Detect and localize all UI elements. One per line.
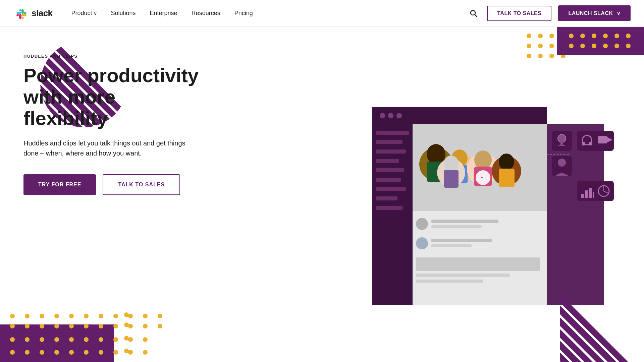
svg-rect-53	[416, 257, 540, 271]
svg-rect-51	[431, 239, 492, 242]
svg-rect-19	[376, 131, 409, 135]
svg-rect-47	[416, 218, 428, 230]
svg-rect-44	[444, 170, 459, 188]
svg-rect-55	[416, 280, 483, 283]
svg-point-58	[558, 134, 566, 142]
svg-rect-22	[376, 159, 399, 163]
hero-buttons: TRY FOR FREE TALK TO SALES	[23, 174, 208, 195]
svg-rect-56	[547, 124, 604, 305]
dot	[626, 34, 631, 38]
svg-point-17	[396, 113, 402, 118]
svg-rect-63	[582, 142, 585, 145]
svg-rect-54	[416, 274, 510, 277]
logo-label: slack	[32, 8, 53, 18]
stripes-bottom-right	[560, 288, 644, 362]
dot	[549, 34, 554, 38]
nav-solutions[interactable]: Solutions	[106, 7, 141, 19]
hero-talk-to-sales-button[interactable]: TALK TO SALES	[103, 174, 180, 195]
svg-rect-72	[585, 190, 588, 198]
dot	[538, 54, 543, 58]
dot	[549, 54, 554, 58]
svg-rect-52	[431, 244, 472, 247]
dot	[569, 44, 574, 48]
logo[interactable]: slack	[13, 6, 53, 21]
nav-product[interactable]: Product	[66, 7, 102, 19]
hero-title: Power productivity with more flexibility	[23, 65, 205, 129]
dot	[614, 44, 619, 48]
svg-text:↑: ↑	[480, 174, 484, 182]
svg-rect-24	[376, 178, 401, 182]
svg-rect-27	[376, 206, 402, 210]
nav-right: TALK TO SALES LAUNCH SLACK ∨	[467, 5, 631, 21]
svg-point-40	[499, 154, 514, 170]
svg-rect-50	[416, 237, 428, 249]
svg-rect-60	[558, 145, 565, 146]
dot	[580, 44, 585, 48]
svg-rect-23	[376, 168, 404, 172]
dot	[549, 44, 554, 48]
svg-rect-25	[376, 187, 406, 191]
dot	[592, 44, 596, 48]
svg-rect-41	[499, 169, 515, 187]
svg-rect-48	[431, 220, 498, 223]
section-label: HUDDLES AND CLIPS	[23, 54, 208, 59]
search-button[interactable]	[467, 7, 480, 20]
svg-rect-21	[376, 149, 406, 154]
svg-point-37	[474, 150, 492, 169]
try-for-free-button[interactable]: TRY FOR FREE	[23, 174, 96, 195]
nav-launch-slack-button[interactable]: LAUNCH SLACK ∨	[558, 5, 631, 21]
svg-point-31	[427, 144, 445, 164]
svg-rect-64	[589, 142, 592, 145]
svg-point-69	[558, 159, 566, 167]
dot	[603, 44, 608, 48]
dot	[527, 34, 531, 38]
hero-left: HUDDLES AND CLIPS Power productivity wit…	[0, 27, 208, 362]
navbar: slack Product Solutions Enterprise Resou…	[0, 0, 644, 27]
svg-rect-73	[589, 188, 592, 198]
dot	[527, 54, 531, 58]
svg-rect-49	[431, 225, 482, 228]
dot	[538, 44, 543, 48]
svg-point-15	[380, 113, 385, 118]
svg-rect-71	[581, 194, 584, 198]
svg-point-16	[388, 113, 393, 118]
hero-section: HUDDLES AND CLIPS Power productivity wit…	[0, 27, 644, 362]
hero-description: Huddles and clips let you talk things ou…	[23, 138, 188, 158]
dot	[569, 34, 574, 38]
nav-links: Product Solutions Enterprise Resources P…	[66, 7, 467, 19]
dot	[538, 34, 543, 38]
dot	[614, 34, 619, 38]
svg-rect-59	[560, 142, 563, 145]
nav-talk-to-sales-button[interactable]: TALK TO SALES	[487, 6, 551, 21]
dot	[626, 44, 631, 48]
nav-pricing[interactable]: Pricing	[229, 7, 258, 19]
svg-rect-66	[598, 136, 607, 143]
svg-line-1	[475, 14, 477, 17]
nav-resources[interactable]: Resources	[186, 7, 226, 19]
svg-rect-26	[376, 196, 397, 200]
nav-enterprise[interactable]: Enterprise	[145, 7, 183, 19]
dots-top-right-panel	[557, 27, 644, 55]
svg-rect-20	[376, 140, 402, 144]
dot	[527, 44, 531, 48]
dot	[603, 34, 608, 38]
dot	[580, 34, 585, 38]
dot	[592, 34, 596, 38]
svg-point-43	[444, 156, 459, 172]
